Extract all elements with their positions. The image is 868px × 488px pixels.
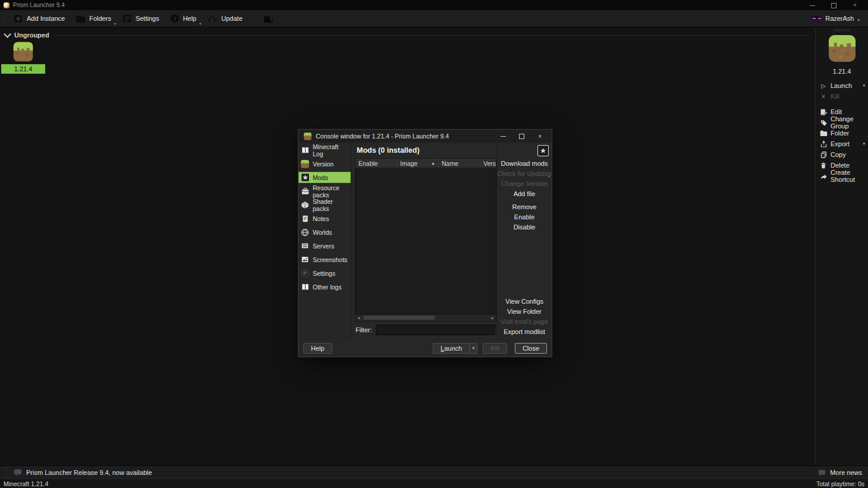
tab-notes[interactable]: Notes: [298, 213, 351, 224]
dialog-titlebar[interactable]: Console window for 1.21.4 - Prism Launch…: [298, 130, 552, 143]
delete-label: Delete: [831, 162, 850, 169]
enable-button[interactable]: Enable: [497, 212, 552, 222]
sidebar-export-button[interactable]: Export ▾: [816, 138, 868, 149]
column-header-enable[interactable]: Enable: [356, 159, 397, 168]
book-icon: [300, 146, 310, 155]
add-instance-button[interactable]: Add Instance: [8, 12, 70, 25]
tab-label: Notes: [313, 215, 329, 222]
tab-other-logs[interactable]: Other logs: [298, 281, 351, 292]
folders-label: Folders: [89, 15, 111, 22]
sidebar-change-group-button[interactable]: Change Group: [816, 117, 868, 128]
tab-mods[interactable]: Mods: [298, 172, 351, 183]
column-label: Name: [442, 160, 458, 167]
launch-dropdown-button[interactable]: ▾: [469, 343, 477, 354]
cat-button[interactable]: [256, 12, 279, 25]
launch-button[interactable]: Launch: [433, 343, 469, 354]
scroll-left-icon[interactable]: ◂: [356, 314, 362, 321]
star-icon: [300, 173, 310, 182]
tab-label: Mods: [313, 174, 328, 181]
more-news-button[interactable]: More news: [818, 469, 864, 477]
dialog-minimize-button[interactable]: [494, 133, 512, 140]
disable-button[interactable]: Disable: [497, 222, 552, 232]
view-folder-button[interactable]: View Folder: [497, 307, 552, 317]
column-label: Enable: [358, 160, 378, 167]
column-header-version[interactable]: Version: [480, 159, 496, 168]
folder-icon: [820, 130, 827, 137]
toolbar-drag-handle[interactable]: [3, 12, 6, 24]
trash-icon: [820, 162, 827, 169]
account-button[interactable]: RazerAsh ▾: [807, 12, 864, 24]
mods-table-body[interactable]: [355, 168, 496, 314]
group-label: Ungrouped: [14, 32, 49, 39]
instance-card[interactable]: 1.21.4: [1, 42, 45, 74]
sidebar-create-shortcut-button[interactable]: Create Shortcut: [816, 171, 868, 181]
scroll-right-icon[interactable]: ▸: [489, 314, 496, 321]
mods-table-header: Enable Image▲ Name Version: [355, 158, 496, 168]
cat-icon: [262, 14, 274, 24]
close-button-dialog[interactable]: Close: [515, 343, 547, 354]
tab-label: Other logs: [313, 284, 341, 291]
view-configs-button[interactable]: View Configs: [497, 297, 552, 307]
column-header-name[interactable]: Name: [439, 159, 480, 168]
help-button[interactable]: ? Help ▾: [165, 12, 202, 25]
group-header-ungrouped[interactable]: Ungrouped: [0, 27, 815, 39]
remove-button[interactable]: Remove: [497, 202, 552, 212]
horizontal-scrollbar[interactable]: ◂ ▸: [355, 314, 496, 322]
mods-star-button[interactable]: [537, 145, 549, 156]
settings-button[interactable]: Settings: [117, 12, 165, 25]
tab-settings[interactable]: Settings: [298, 267, 351, 279]
filter-label: Filter:: [356, 326, 372, 333]
export-modlist-button[interactable]: Export modlist: [497, 327, 552, 337]
dialog-close-button[interactable]: ×: [531, 133, 549, 140]
add-file-button[interactable]: Add file: [497, 189, 552, 199]
column-label: Version: [483, 160, 496, 167]
tab-servers[interactable]: Servers: [298, 240, 351, 251]
tab-screenshots[interactable]: Screenshots: [298, 254, 351, 265]
chevron-down-icon: ▾: [863, 83, 866, 88]
tab-version[interactable]: Version: [298, 158, 351, 169]
copy-icon: [820, 151, 827, 159]
scrollbar-handle[interactable]: [363, 316, 435, 320]
news-bar: Prism Launcher Release 9.4, now availabl…: [0, 465, 868, 479]
sidebar-launch-button[interactable]: ▷ Launch ▾: [816, 80, 868, 91]
sidebar-drag-handle[interactable]: [834, 29, 850, 32]
maximize-button[interactable]: [830, 0, 837, 10]
sidebar-kill-button: × Kill: [816, 91, 868, 102]
tag-icon: [820, 119, 827, 127]
dialog-maximize-button[interactable]: [512, 133, 531, 140]
folders-button[interactable]: Folders ▾: [70, 12, 117, 25]
add-instance-label: Add Instance: [27, 15, 65, 22]
minimize-button[interactable]: [809, 0, 816, 10]
tab-label: Worlds: [313, 229, 332, 236]
visit-mod-page-button: Visit mod's page: [497, 317, 552, 327]
sidebar-folder-button[interactable]: Folder: [816, 128, 868, 138]
status-bar: Minecraft 1.21.4 Total playtime: 0s: [0, 478, 868, 488]
tab-worlds[interactable]: Worlds: [298, 226, 351, 238]
column-header-image[interactable]: Image▲: [397, 159, 439, 168]
close-button[interactable]: ×: [851, 0, 858, 10]
filter-input[interactable]: [376, 325, 496, 335]
create-shortcut-label: Create Shortcut: [831, 169, 866, 183]
news-text[interactable]: Prism Launcher Release 9.4, now availabl…: [26, 469, 152, 476]
globe-icon: [300, 228, 310, 237]
export-label: Export: [831, 140, 850, 147]
chevron-down-icon: ▾: [863, 141, 866, 146]
download-mods-button[interactable]: Download mods: [497, 159, 552, 169]
kill-button-dialog: Kill: [483, 343, 507, 354]
chevron-down-icon: ▾: [857, 18, 860, 23]
tab-resource-packs[interactable]: Resource packs: [298, 185, 351, 197]
sidebar-copy-button[interactable]: Copy: [816, 149, 868, 160]
group-divider: [56, 35, 809, 36]
tab-shader-packs[interactable]: Shader packs: [298, 199, 351, 210]
newsbar-drag-handle[interactable]: [5, 468, 8, 477]
more-news-label: More news: [830, 469, 862, 476]
chevron-down-icon: ▾: [199, 21, 201, 26]
help-button-dialog[interactable]: Help: [303, 343, 332, 354]
tab-minecraft-log[interactable]: Minecraft Log: [298, 144, 351, 156]
status-left: Minecraft 1.21.4: [4, 480, 48, 487]
update-label: Update: [221, 15, 242, 22]
play-icon: ▷: [820, 83, 827, 89]
grass-block-icon: [300, 160, 310, 168]
help-icon: ?: [170, 14, 180, 23]
update-button[interactable]: Update: [202, 12, 247, 25]
